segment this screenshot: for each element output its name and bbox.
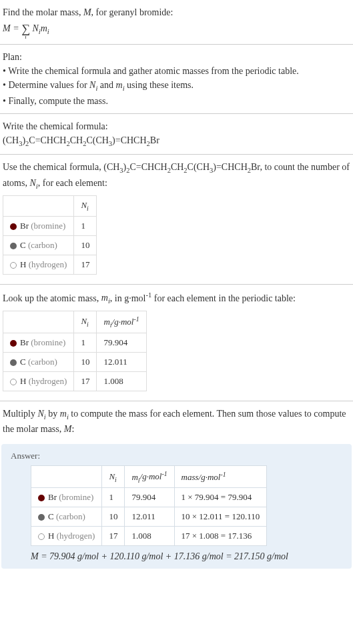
count-part1: Use the chemical formula, xyxy=(3,162,103,172)
count-part3: , for each element: xyxy=(38,178,107,188)
table-row: Br (bromine) 1 79.904 1 × 79.904 = 79.90… xyxy=(31,488,267,507)
br-name: (bromine) xyxy=(31,221,65,231)
carbon-dot-icon xyxy=(10,243,17,249)
mi-header: mi/g·mol-1 xyxy=(125,466,174,488)
carbon-dot-icon xyxy=(38,514,45,521)
table-row: H (hydrogen) 17 1.008 17 × 1.008 = 17.13… xyxy=(31,527,267,546)
answer-box: Answer: Ni mi/g·mol-1 mass/g·mol-1 Br (b… xyxy=(1,444,352,569)
table-row: H (hydrogen) 17 xyxy=(3,255,97,274)
answer-inner: Ni mi/g·mol-1 mass/g·mol-1 Br (bromine) … xyxy=(11,465,342,562)
ni-cell: 17 xyxy=(74,255,97,274)
intro-text: Find the molar mass, M, for geranyl brom… xyxy=(3,5,350,19)
answer-label: Answer: xyxy=(11,451,342,461)
element-cell: Br (bromine) xyxy=(3,216,74,235)
write-formula-section: Write the chemical formula: (CH3)2C=CHCH… xyxy=(0,114,353,155)
element-cell: C (carbon) xyxy=(31,507,102,527)
h-name: (hydrogen) xyxy=(29,259,67,269)
empty-header xyxy=(31,466,102,488)
c-symbol: C xyxy=(20,240,26,250)
h-name: (hydrogen) xyxy=(57,531,95,541)
element-cell: H (hydrogen) xyxy=(3,371,74,391)
final-answer: M = 79.904 g/mol + 120.110 g/mol + 17.13… xyxy=(31,551,342,562)
atomic-mass-table: Ni mi/g·mol-1 Br (bromine) 1 79.904 C (c… xyxy=(3,311,147,391)
table-row: Ni mi/g·mol-1 mass/g·mol-1 xyxy=(31,466,267,488)
c-name: (carbon) xyxy=(56,511,85,521)
mi-header: mi/g·mol-1 xyxy=(97,311,146,333)
table-row: Ni xyxy=(3,196,97,217)
ni-cell: 10 xyxy=(102,507,125,527)
mass-cell: 1 × 79.904 = 79.904 xyxy=(174,488,267,507)
lookup-part3: for each element in the periodic table: xyxy=(151,293,296,303)
ni-cell: 17 xyxy=(74,371,97,391)
plan-heading: Plan: xyxy=(3,50,350,64)
hydrogen-dot-icon xyxy=(10,379,17,385)
atom-count-table: Ni Br (bromine) 1 C (carbon) 10 H (hydro… xyxy=(3,195,97,275)
hydrogen-dot-icon xyxy=(38,533,45,540)
table-row: Ni mi/g·mol-1 xyxy=(3,311,147,333)
hydrogen-dot-icon xyxy=(10,262,17,269)
mi-cell: 1.008 xyxy=(97,371,146,391)
plan-section: Plan: • Write the chemical formula and g… xyxy=(0,45,353,114)
ni-cell: 1 xyxy=(74,333,97,352)
c-name: (carbon) xyxy=(28,240,57,250)
h-symbol: H xyxy=(20,376,26,386)
ni-header: Ni xyxy=(74,196,97,217)
table-row: H (hydrogen) 17 1.008 xyxy=(3,371,147,391)
h-symbol: H xyxy=(48,531,54,541)
intro-section: Find the molar mass, M, for geranyl brom… xyxy=(0,0,353,45)
bromine-dot-icon xyxy=(10,223,17,230)
element-cell: H (hydrogen) xyxy=(31,527,102,546)
mass-cell: 17 × 1.008 = 17.136 xyxy=(174,527,267,546)
ni-cell: 17 xyxy=(102,527,125,546)
element-cell: C (carbon) xyxy=(3,352,74,371)
lookup-part2: , in g·mol xyxy=(110,293,146,303)
c-symbol: C xyxy=(20,357,26,367)
h-name: (hydrogen) xyxy=(29,376,67,386)
multiply-text: Multiply Ni by mi to compute the mass fo… xyxy=(3,407,350,437)
ni-header: Ni xyxy=(102,466,125,488)
plan-bullet-1: • Write the chemical formula and gather … xyxy=(3,64,350,78)
h-symbol: H xyxy=(20,259,26,269)
element-cell: Br (bromine) xyxy=(31,488,102,507)
mi-cell: 12.011 xyxy=(125,507,174,527)
molar-mass-formula: M = ∑i Nimi xyxy=(3,19,350,39)
c-symbol: C xyxy=(48,511,54,521)
table-row: Br (bromine) 1 xyxy=(3,216,97,235)
ni-cell: 10 xyxy=(74,235,97,255)
c-name: (carbon) xyxy=(28,357,57,367)
lookup-part1: Look up the atomic mass, xyxy=(3,293,101,303)
element-cell: H (hydrogen) xyxy=(3,255,74,274)
lookup-mass-section: Look up the atomic mass, mi, in g·mol-1 … xyxy=(0,285,353,401)
ni-cell: 1 xyxy=(74,216,97,235)
element-cell: Br (bromine) xyxy=(3,333,74,352)
ni-cell: 10 xyxy=(74,352,97,371)
mass-header: mass/g·mol-1 xyxy=(174,466,267,488)
chemical-formula: (CH3)2C=CHCH2CH2C(CH3)=CHCH2Br xyxy=(3,133,350,149)
plan-bullet-2: • Determine values for Ni and mi using t… xyxy=(3,78,350,94)
mi-cell: 79.904 xyxy=(97,333,146,352)
count-atoms-section: Use the chemical formula, (CH3)2C=CHCH2C… xyxy=(0,155,353,285)
answer-table: Ni mi/g·mol-1 mass/g·mol-1 Br (bromine) … xyxy=(31,465,267,546)
lookup-mass-text: Look up the atomic mass, mi, in g·mol-1 … xyxy=(3,290,350,307)
br-symbol: Br xyxy=(20,337,29,347)
bromine-dot-icon xyxy=(10,340,17,347)
ni-cell: 1 xyxy=(102,488,125,507)
write-formula-heading: Write the chemical formula: xyxy=(3,119,350,133)
br-symbol: Br xyxy=(48,492,57,502)
table-row: Br (bromine) 1 79.904 xyxy=(3,333,147,352)
mi-cell: 79.904 xyxy=(125,488,174,507)
mass-cell: 10 × 12.011 = 120.110 xyxy=(174,507,267,527)
table-row: C (carbon) 10 xyxy=(3,235,97,255)
bromine-dot-icon xyxy=(38,495,45,501)
ni-header: Ni xyxy=(74,311,97,333)
mi-cell: 12.011 xyxy=(97,352,146,371)
element-cell: C (carbon) xyxy=(3,235,74,255)
empty-header xyxy=(3,196,74,217)
br-name: (bromine) xyxy=(31,337,65,347)
br-symbol: Br xyxy=(20,221,29,231)
carbon-dot-icon xyxy=(10,359,17,366)
table-row: C (carbon) 10 12.011 10 × 12.011 = 120.1… xyxy=(31,507,267,527)
empty-header xyxy=(3,311,74,333)
plan-bullet-3: • Finally, compute the mass. xyxy=(3,94,350,108)
multiply-section: Multiply Ni by mi to compute the mass fo… xyxy=(0,401,353,442)
